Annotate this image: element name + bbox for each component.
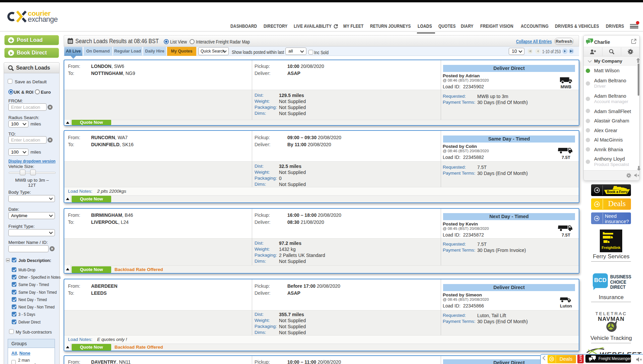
svg-text:exchange: exchange: [28, 15, 58, 23]
svg-text:Book a Ferry: Book a Ferry: [607, 190, 628, 194]
